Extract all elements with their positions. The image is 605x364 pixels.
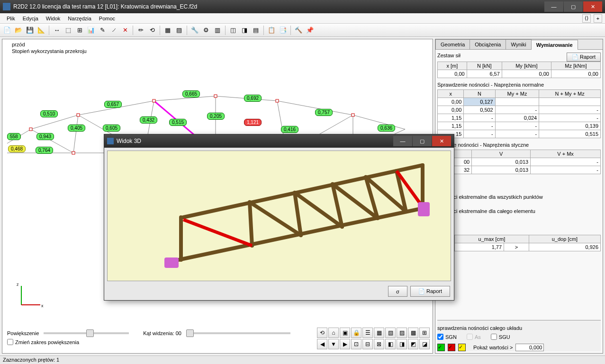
tab-obciazenia[interactable]: Obciążenia xyxy=(470,39,506,49)
open-icon[interactable]: 📂 xyxy=(13,25,24,36)
tab-wymiarowanie[interactable]: Wymiarowanie xyxy=(531,40,578,50)
sgn-checkbox[interactable]: SGN xyxy=(437,334,457,340)
popup-minimize-button[interactable]: — xyxy=(393,136,412,146)
svg-text:z: z xyxy=(17,282,19,287)
yellow-toggle[interactable]: ✓ xyxy=(458,344,466,351)
view-btn-4[interactable]: 🔒 xyxy=(351,328,361,338)
delete-icon[interactable]: ✕ xyxy=(120,25,130,36)
tool-icon-18[interactable]: 📋 xyxy=(266,25,277,36)
utilization-badge: 0,757 xyxy=(315,109,333,116)
canvas-header: przód Stopień wykorzystania przekroju xyxy=(12,41,87,55)
view-btn-12[interactable]: ▼ xyxy=(328,339,339,349)
tool-icon-21[interactable]: 📌 xyxy=(305,25,315,36)
utilization-badge: 0,943 xyxy=(36,133,54,140)
tool-icon-16[interactable]: ◨ xyxy=(239,25,250,36)
app-icon xyxy=(3,3,10,10)
menu-pomoc[interactable]: Pomoc xyxy=(95,14,119,23)
utilization-badge: 0,665 xyxy=(182,90,200,98)
tool-icon-17[interactable]: ▤ xyxy=(251,25,261,36)
tool-icon-13[interactable]: ⚙ xyxy=(201,25,211,36)
menu-right-icon-2[interactable]: + xyxy=(594,14,602,23)
tool-icon-8[interactable]: ✏ xyxy=(135,25,146,36)
popup-titlebar[interactable]: Widok 3D — ▢ ✕ xyxy=(104,134,454,148)
tool-icon-15[interactable]: ◫ xyxy=(228,25,238,36)
view-btn-9[interactable]: ▩ xyxy=(408,328,418,338)
popup-maximize-button[interactable]: ▢ xyxy=(413,136,432,146)
menu-plik[interactable]: Plik xyxy=(3,14,19,23)
popup-3d-canvas[interactable] xyxy=(107,151,451,281)
zoom-range-checkbox[interactable]: Zmień zakres powiększenia xyxy=(7,339,79,345)
menu-edycja[interactable]: Edycja xyxy=(19,14,42,23)
normal-stress-table: xNMy + MzN + My + Mz 0,000,127 0,000,502… xyxy=(437,89,601,138)
utilization-badge: 0,636 xyxy=(378,124,395,132)
tool-icon-7[interactable]: ⟋ xyxy=(108,25,119,36)
as-checkbox[interactable]: As xyxy=(467,334,481,340)
view-btn-19[interactable]: ◩ xyxy=(408,339,418,349)
tool-icon-14[interactable]: ▥ xyxy=(212,25,223,36)
maximize-button[interactable]: ▢ xyxy=(564,1,583,12)
tool-icon-12[interactable]: 🔧 xyxy=(190,25,200,36)
axis-indicator: zx xyxy=(17,281,45,311)
save-icon[interactable]: 💾 xyxy=(25,25,35,36)
window-title: R2D2 12.0 licencja dla test rama 12 [L01… xyxy=(13,3,544,10)
angle-slider[interactable] xyxy=(186,332,290,334)
view-btn-14[interactable]: ⊡ xyxy=(351,339,361,349)
tool-icon-19[interactable]: 📑 xyxy=(278,25,288,36)
new-icon[interactable]: 📄 xyxy=(2,25,12,36)
svg-rect-15 xyxy=(72,151,75,154)
view-btn-1[interactable]: ⟲ xyxy=(317,328,327,338)
view-btn-13[interactable]: ▶ xyxy=(340,339,350,349)
view-btn-16[interactable]: ⊠ xyxy=(374,339,384,349)
utilization-badge: 0,510 xyxy=(40,110,58,117)
view-btn-8[interactable]: ▨ xyxy=(397,328,407,338)
extremes-all-label: Wartości ekstremalne dla wszystkich punk… xyxy=(437,194,601,200)
sgu-checkbox[interactable]: SGU xyxy=(491,334,510,340)
svg-rect-10 xyxy=(77,114,80,116)
view-btn-15[interactable]: ⊟ xyxy=(362,339,373,349)
deflection-table: xu_max [cm]u_dop [cm] 01,77>0,926 xyxy=(437,235,601,251)
tool-icon-3[interactable]: ⬚ xyxy=(63,25,73,36)
view-btn-3[interactable]: ▣ xyxy=(340,328,350,338)
tool-icon-4[interactable]: ⊞ xyxy=(74,25,85,36)
view-btn-7[interactable]: ▧ xyxy=(385,328,396,338)
pokaz-value-input[interactable] xyxy=(515,344,544,351)
view-btn-10[interactable]: ⊞ xyxy=(419,328,430,338)
view-btn-20[interactable]: ◪ xyxy=(419,339,430,349)
tool-icon-10[interactable]: ▦ xyxy=(163,25,173,36)
menu-narzedzia[interactable]: Narzędzia xyxy=(64,14,95,23)
menu-widok[interactable]: Widok xyxy=(42,14,64,23)
svg-rect-9 xyxy=(29,128,32,131)
shear-stress-table: VV + Mx 000,013- 320,013- xyxy=(437,150,601,174)
red-toggle[interactable]: ✓ xyxy=(448,344,455,351)
utilization-badge: 0,692 xyxy=(244,95,262,102)
side-panel: Geometria Obciążenia Wyniki Wymiarowanie… xyxy=(435,39,603,354)
view-btn-5[interactable]: ☰ xyxy=(362,328,373,338)
close-button[interactable]: ✕ xyxy=(583,1,602,12)
tool-icon-6[interactable]: ✎ xyxy=(97,25,108,36)
green-toggle[interactable]: ✓ xyxy=(437,344,445,351)
view-btn-11[interactable]: ◀ xyxy=(317,339,327,349)
sigma-button[interactable]: σ xyxy=(388,286,407,297)
tool-icon-1[interactable]: 📐 xyxy=(36,25,46,36)
tab-wyniki[interactable]: Wyniki xyxy=(506,39,531,49)
tab-geometria[interactable]: Geometria xyxy=(435,39,470,49)
view-btn-17[interactable]: ◧ xyxy=(385,339,396,349)
raport-button-side[interactable]: 📄 Raport xyxy=(567,53,601,62)
svg-line-37 xyxy=(183,220,252,246)
view-btn-18[interactable]: ◨ xyxy=(397,339,407,349)
view-btn-2[interactable]: ⌂ xyxy=(328,328,339,338)
popup-close-button[interactable]: ✕ xyxy=(432,136,451,146)
tool-icon-9[interactable]: ⟲ xyxy=(147,25,157,36)
minimize-button[interactable]: — xyxy=(544,1,563,12)
tool-icon-11[interactable]: ▨ xyxy=(174,25,184,36)
shear-stress-label: wdzenie nośności - Naprężenia styczne xyxy=(437,142,601,148)
view-btn-6[interactable]: ▦ xyxy=(374,328,384,338)
toolbar-main: 📄 📂 💾 📐 ↔ ⬚ ⊞ 📊 ✎ ⟋ ✕ ✏ ⟲ ▦ ▨ 🔧 ⚙ ▥ ◫ ◨ … xyxy=(0,24,605,37)
menu-right-icon-1[interactable]: ⟨⟩ xyxy=(582,14,591,23)
tool-icon-20[interactable]: 🔨 xyxy=(293,25,304,36)
raport-button-popup[interactable]: 📄 Raport xyxy=(410,286,450,297)
tool-icon-2[interactable]: ↔ xyxy=(52,25,62,36)
statusbar: Zaznaczonych prętów: 1 xyxy=(0,355,605,364)
zoom-slider[interactable] xyxy=(44,332,129,334)
tool-icon-5[interactable]: 📊 xyxy=(86,25,96,36)
